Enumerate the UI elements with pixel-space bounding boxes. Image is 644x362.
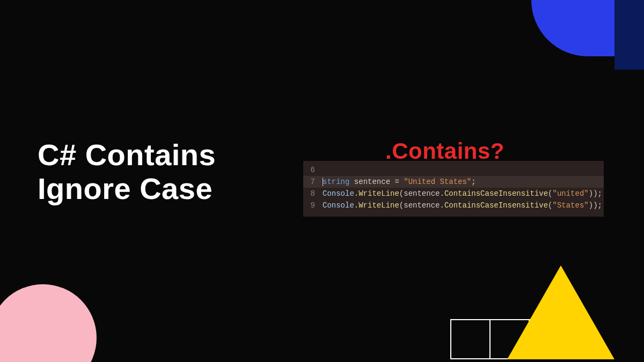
- code-token: .: [440, 201, 444, 210]
- code-token: =: [394, 178, 404, 186]
- pink-circle: [0, 284, 97, 362]
- yellow-triangle: [507, 265, 614, 359]
- code-line: 6: [303, 164, 604, 176]
- line-number: 7: [303, 178, 323, 186]
- title-line-1: C# Contains: [38, 138, 216, 172]
- code-token: Console: [323, 189, 354, 198]
- code-token: sentence: [404, 189, 440, 198]
- grid-square: [450, 319, 491, 359]
- code-token: ));: [589, 189, 602, 198]
- code-token: (: [548, 201, 552, 210]
- code-token: ));: [589, 201, 602, 210]
- code-token: ContainsCaseInsensitive: [444, 201, 548, 210]
- code-content: string sentence = "United States";: [323, 178, 476, 186]
- code-token: sentence: [349, 178, 394, 186]
- line-number: 8: [303, 189, 323, 198]
- code-token: "States": [553, 201, 589, 210]
- code-token: (: [399, 201, 404, 210]
- code-line: 8Console.WriteLine(sentence.ContainsCase…: [303, 188, 604, 200]
- code-token: (: [548, 189, 552, 198]
- code-content: Console.WriteLine(sentence.ContainsCaseI…: [323, 201, 602, 210]
- code-token: .: [354, 189, 358, 198]
- navy-corner-square: [614, 0, 644, 70]
- line-number: 6: [303, 166, 323, 174]
- code-token: (: [399, 189, 404, 198]
- code-token: WriteLine: [358, 189, 399, 198]
- code-token: .: [354, 201, 358, 210]
- code-block: 67string sentence = "United States";8Con…: [303, 161, 604, 217]
- code-line: 9Console.WriteLine(sentence.ContainsCase…: [303, 200, 604, 211]
- code-token: sentence: [404, 201, 440, 210]
- code-content: Console.WriteLine(sentence.ContainsCaseI…: [323, 189, 602, 198]
- title-line-2: Ignore Case: [38, 172, 216, 206]
- code-token: Console: [323, 201, 354, 210]
- code-token: .: [440, 189, 444, 198]
- code-token: "United States": [404, 178, 471, 186]
- code-token: string: [323, 178, 349, 186]
- code-line: 7string sentence = "United States";: [303, 176, 604, 188]
- page-title: C# Contains Ignore Case: [38, 138, 216, 205]
- code-token: "united": [553, 189, 589, 198]
- code-token: ContainsCaseInsensitive: [444, 189, 548, 198]
- line-number: 9: [303, 201, 323, 210]
- code-token: ;: [471, 178, 475, 186]
- code-token: WriteLine: [358, 201, 399, 210]
- contains-question-label: .Contains?: [385, 138, 504, 164]
